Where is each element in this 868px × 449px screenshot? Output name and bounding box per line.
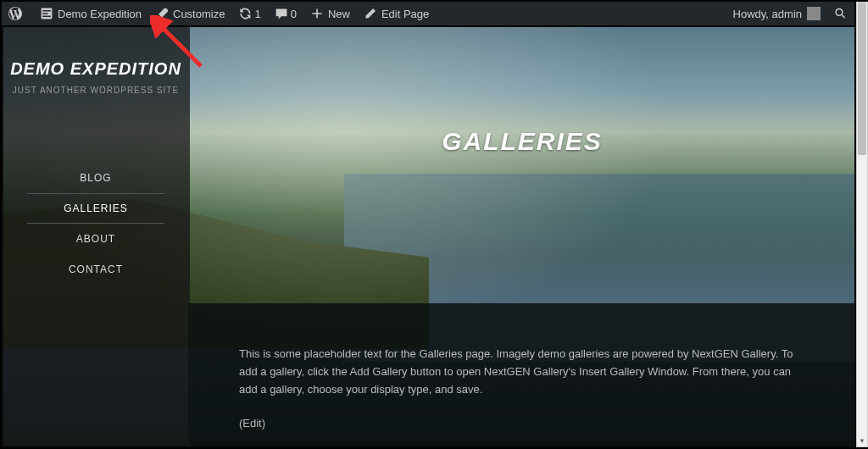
page-header: GALLERIES bbox=[188, 127, 856, 156]
search-icon bbox=[834, 7, 848, 20]
site-name-label: Demo Expedition bbox=[58, 8, 142, 20]
primary-nav: BLOG GALLERIES ABOUT CONTACT bbox=[2, 163, 190, 285]
plus-icon bbox=[310, 7, 324, 20]
updates-count: 1 bbox=[254, 8, 260, 20]
avatar bbox=[807, 7, 821, 20]
updates-link[interactable]: 1 bbox=[231, 2, 267, 25]
site-tagline: JUST ANOTHER WORDPRESS SITE bbox=[2, 86, 190, 95]
nav-about[interactable]: ABOUT bbox=[27, 224, 164, 254]
dashboard-icon bbox=[40, 7, 53, 20]
page-body-text: This is some placeholder text for the Ga… bbox=[239, 346, 809, 398]
scroll-down-arrow[interactable]: ▼ bbox=[857, 435, 867, 446]
customize-link[interactable]: Customize bbox=[148, 2, 231, 25]
comments-count: 0 bbox=[291, 8, 297, 20]
account-menu[interactable]: Howdy, admin bbox=[726, 2, 827, 25]
page-title: GALLERIES bbox=[188, 127, 856, 156]
wordpress-logo-icon bbox=[8, 7, 22, 20]
new-content-menu[interactable]: New bbox=[303, 2, 357, 25]
admin-bar-right: Howdy, admin bbox=[726, 2, 854, 25]
search-toggle[interactable] bbox=[827, 2, 854, 25]
site-sidebar: DEMO EXPEDITION JUST ANOTHER WORDPRESS S… bbox=[2, 27, 190, 447]
comments-link[interactable]: 0 bbox=[268, 2, 303, 25]
customize-label: Customize bbox=[173, 8, 225, 20]
vertical-scrollbar[interactable]: ▼ bbox=[856, 2, 868, 447]
brush-icon bbox=[155, 7, 169, 20]
nav-blog[interactable]: BLOG bbox=[27, 163, 164, 193]
wp-admin-bar: Demo Expedition Customize 1 0 New bbox=[0, 0, 856, 27]
edit-page-link[interactable]: Edit Page bbox=[357, 2, 436, 25]
new-label: New bbox=[328, 8, 350, 20]
comment-icon bbox=[275, 7, 288, 20]
edit-link[interactable]: (Edit) bbox=[239, 415, 809, 433]
site-name-menu[interactable]: Demo Expedition bbox=[33, 2, 148, 25]
page-content: This is some placeholder text for the Ga… bbox=[239, 346, 809, 447]
admin-bar-left: Demo Expedition Customize 1 0 New bbox=[2, 2, 436, 25]
scroll-thumb[interactable] bbox=[858, 3, 866, 155]
wp-logo-menu[interactable] bbox=[2, 2, 33, 25]
nav-galleries[interactable]: GALLERIES bbox=[27, 193, 164, 224]
update-icon bbox=[238, 7, 252, 20]
nav-contact[interactable]: CONTACT bbox=[27, 254, 164, 285]
pencil-icon bbox=[364, 7, 377, 20]
greeting-text: Howdy, admin bbox=[733, 8, 802, 20]
edit-page-label: Edit Page bbox=[381, 8, 429, 20]
site-title[interactable]: DEMO EXPEDITION bbox=[2, 59, 190, 79]
